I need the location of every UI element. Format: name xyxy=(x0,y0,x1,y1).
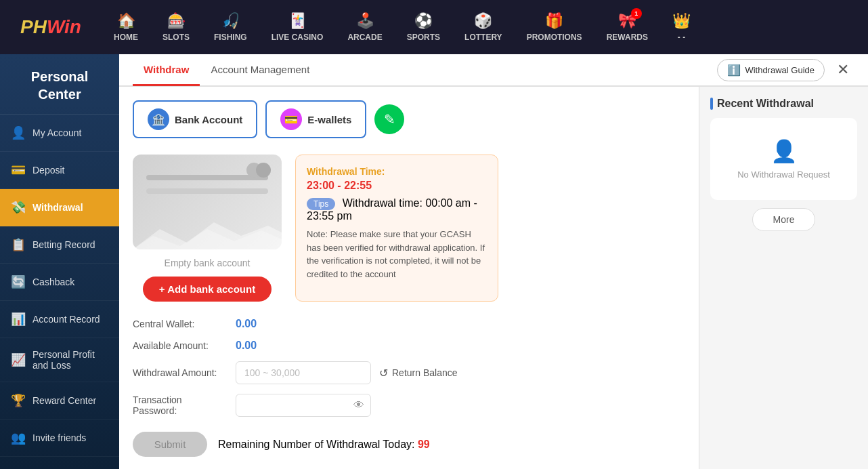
sidebar-item-withdrawal[interactable]: 💸 Withdrawal xyxy=(0,189,119,226)
mountains-decoration xyxy=(133,216,282,249)
no-withdrawal-icon: 👤 xyxy=(771,138,798,164)
ewallet-icon: 💳 xyxy=(280,108,302,130)
vip-icon: 👑 xyxy=(672,12,691,30)
withdrawal-guide-button[interactable]: ℹ️ Withdrawal Guide xyxy=(717,59,825,81)
logo-win: Win xyxy=(47,16,81,38)
submit-button[interactable]: Submit xyxy=(133,432,207,457)
eye-icon[interactable]: 👁 xyxy=(353,399,364,411)
nav-home[interactable]: 🏠 HOME xyxy=(102,8,150,46)
top-navigation: PHWin 🏠 HOME 🎰 SLOTS 🎣 FISHING 🃏 LIVE CA… xyxy=(0,0,868,54)
sidebar-betting-record-label: Betting Record xyxy=(32,239,95,250)
withdrawal-info-box: Withdrawal Time: 23:00 - 22:55 Tips With… xyxy=(295,155,498,302)
withdrawal-amount-row: Withdrawal Amount: ↺ Return Balance xyxy=(133,361,685,384)
nav-slots-label: SLOTS xyxy=(162,33,190,42)
remaining-text: Remaining Number of Withdrawal Today: 99 xyxy=(218,439,430,451)
sidebar-item-reward-center[interactable]: 🏆 Reward Center xyxy=(0,382,119,420)
right-panel: Recent Withdrawal 👤 No Withdrawal Reques… xyxy=(699,87,868,469)
nav-vip[interactable]: 👑 - - xyxy=(660,8,703,46)
main-layout: Personal Center 👤 My Account 💳 Deposit 💸… xyxy=(0,54,868,469)
no-withdrawal-text: No Withdrawal Request xyxy=(737,169,830,180)
sidebar-withdrawal-label: Withdrawal xyxy=(32,202,83,213)
e-wallets-label: E-wallets xyxy=(307,114,351,125)
bank-card-image xyxy=(133,155,282,249)
form-section: Central Wallet: 0.00 Available Amount: 0… xyxy=(133,318,685,457)
return-balance-label: Return Balance xyxy=(392,367,458,378)
nav-rewards-label: REWARDS xyxy=(607,33,648,42)
svg-marker-1 xyxy=(133,229,282,249)
sidebar-item-internal-message[interactable]: ✉️ Internal Message xyxy=(0,457,119,469)
fishing-icon: 🎣 xyxy=(221,12,240,30)
tab-withdraw[interactable]: Withdraw xyxy=(133,55,200,86)
nav-vip-label: - - xyxy=(678,33,685,42)
sidebar-item-account-record[interactable]: 📊 Account Record xyxy=(0,301,119,338)
nav-promotions[interactable]: 🎁 PROMOTIONS xyxy=(515,8,594,46)
add-method-button[interactable]: ✎ xyxy=(374,104,404,134)
nav-arcade[interactable]: 🕹️ ARCADE xyxy=(335,8,394,46)
rewards-badge: 1 xyxy=(631,8,642,19)
nav-sports-label: SPORTS xyxy=(407,33,440,42)
withdrawal-time-value: 23:00 - 22:55 xyxy=(307,180,487,192)
sidebar-invite-friends-label: Invite friends xyxy=(32,432,86,443)
withdrawal-icon: 💸 xyxy=(11,200,26,215)
sidebar-item-personal-profit[interactable]: 📈 Personal Profit and Loss xyxy=(0,338,119,382)
my-account-icon: 👤 xyxy=(11,125,26,140)
betting-record-icon: 📋 xyxy=(11,237,26,252)
account-record-icon: 📊 xyxy=(11,312,26,327)
sidebar-account-record-label: Account Record xyxy=(32,314,100,325)
nav-fishing[interactable]: 🎣 FISHING xyxy=(202,8,259,46)
nav-lottery[interactable]: 🎲 LOTTERY xyxy=(452,8,515,46)
arcade-icon: 🕹️ xyxy=(356,12,374,30)
invite-friends-icon: 👥 xyxy=(11,430,26,445)
bank-account-button[interactable]: 🏦 Bank Account xyxy=(133,100,257,138)
sidebar-item-cashback[interactable]: 🔄 Cashback xyxy=(0,264,119,301)
tab-account-management[interactable]: Account Management xyxy=(200,55,320,86)
nav-home-label: HOME xyxy=(114,33,138,42)
mid-section: Empty bank account + Add bank account Wi… xyxy=(133,155,685,302)
reward-center-icon: 🏆 xyxy=(11,393,26,408)
lottery-icon: 🎲 xyxy=(474,12,492,30)
live-casino-icon: 🃏 xyxy=(288,12,307,30)
tab-bar: Withdraw Account Management ℹ️ Withdrawa… xyxy=(119,54,868,87)
nav-sports[interactable]: ⚽ SPORTS xyxy=(395,8,452,46)
sidebar: Personal Center 👤 My Account 💳 Deposit 💸… xyxy=(0,54,119,469)
withdrawal-tips-row: Tips Withdrawal time: 00:00 am - 23:55 p… xyxy=(307,197,487,222)
pencil-icon: ✎ xyxy=(384,111,395,127)
sidebar-reward-center-label: Reward Center xyxy=(32,395,96,406)
home-icon: 🏠 xyxy=(117,12,135,30)
bank-icon: 🏦 xyxy=(148,108,169,130)
sidebar-personal-profit-label: Personal Profit and Loss xyxy=(32,349,108,371)
personal-profit-icon: 📈 xyxy=(11,352,26,367)
e-wallets-button[interactable]: 💳 E-wallets xyxy=(265,100,366,138)
recent-withdrawal-title: Recent Withdrawal xyxy=(710,98,857,110)
sidebar-item-betting-record[interactable]: 📋 Betting Record xyxy=(0,226,119,264)
transaction-password-input[interactable] xyxy=(236,394,371,417)
return-balance-button[interactable]: ↺ Return Balance xyxy=(379,367,458,380)
sidebar-item-deposit[interactable]: 💳 Deposit xyxy=(0,152,119,189)
sports-icon: ⚽ xyxy=(414,12,433,30)
content-body: 🏦 Bank Account 💳 E-wallets ✎ xyxy=(119,87,868,469)
sidebar-cashback-label: Cashback xyxy=(32,277,74,287)
password-input-wrapper: 👁 xyxy=(236,394,371,417)
nav-rewards[interactable]: 🎀 1 REWARDS xyxy=(594,8,660,46)
cashback-icon: 🔄 xyxy=(11,274,26,289)
available-amount-label: Available Amount: xyxy=(133,340,227,351)
logo[interactable]: PHWin xyxy=(7,7,95,47)
nav-lottery-label: LOTTERY xyxy=(464,33,502,42)
nav-slots[interactable]: 🎰 SLOTS xyxy=(150,8,202,46)
content-area: Withdraw Account Management ℹ️ Withdrawa… xyxy=(119,54,868,469)
withdrawal-note: Note: Please make sure that your GCASH h… xyxy=(307,228,487,281)
card-circle-2 xyxy=(256,163,271,178)
bank-account-label: Bank Account xyxy=(175,114,242,125)
add-bank-account-button[interactable]: + Add bank account xyxy=(143,277,272,302)
content-main: 🏦 Bank Account 💳 E-wallets ✎ xyxy=(119,87,699,469)
withdrawal-amount-input[interactable] xyxy=(236,361,371,384)
sidebar-item-invite-friends[interactable]: 👥 Invite friends xyxy=(0,420,119,457)
sidebar-my-account-label: My Account xyxy=(32,127,81,138)
info-icon: ℹ️ xyxy=(727,64,741,77)
sidebar-item-my-account[interactable]: 👤 My Account xyxy=(0,115,119,152)
nav-live-casino[interactable]: 🃏 LIVE CASINO xyxy=(259,8,336,46)
nav-promotions-label: PROMOTIONS xyxy=(527,33,582,42)
close-button[interactable]: ✕ xyxy=(831,58,854,81)
submit-row: Submit Remaining Number of Withdrawal To… xyxy=(133,432,685,457)
more-button[interactable]: More xyxy=(752,208,816,231)
